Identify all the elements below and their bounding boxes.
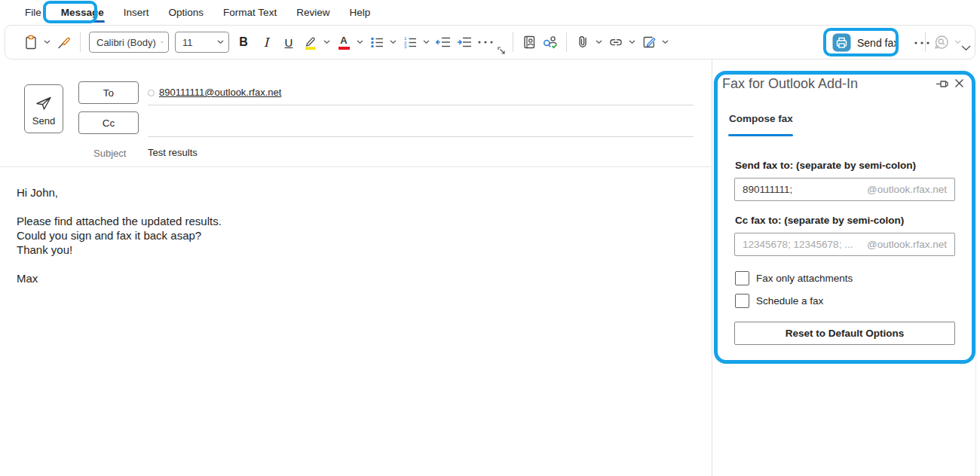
send-button[interactable]: Send: [24, 84, 63, 133]
attach-file-button[interactable]: [573, 31, 593, 53]
send-fax-to-input[interactable]: [743, 184, 862, 195]
body-line: Please find attached the updated results…: [17, 214, 680, 228]
body-line: Max: [17, 271, 680, 285]
ribbon-overflow-button[interactable]: [912, 32, 932, 54]
increase-indent-button[interactable]: [455, 31, 474, 53]
send-fax-icon: [832, 33, 851, 52]
link-dropdown-chevron[interactable]: [626, 31, 637, 53]
fax-only-attachments-label: Fax only attachments: [756, 273, 853, 284]
decrease-indent-button[interactable]: [433, 31, 453, 53]
format-painter-icon: [57, 35, 72, 50]
body-line: [17, 200, 680, 214]
address-book-button[interactable]: [519, 31, 539, 53]
signature-button[interactable]: [639, 31, 659, 53]
cc-button[interactable]: Cc: [78, 111, 139, 134]
tab-active-underline: [728, 134, 793, 136]
tab-compose-fax[interactable]: Compose fax: [729, 113, 793, 124]
send-fax-label: Send fax: [857, 37, 899, 49]
highlight-button[interactable]: [301, 31, 320, 53]
editor-button: [932, 31, 951, 53]
send-plane-icon: [34, 94, 54, 112]
ribbon-divider: [80, 32, 81, 52]
presence-indicator: [148, 90, 155, 96]
close-pane-button[interactable]: [954, 78, 964, 88]
insert-link-button[interactable]: [606, 31, 626, 53]
ribbon-divider: [566, 32, 567, 52]
check-names-button[interactable]: [541, 31, 560, 53]
send-fax-to-label: Send fax to: (separate by semi-colon): [735, 160, 916, 171]
dialog-launcher-icon: [498, 47, 506, 55]
body-line: [17, 257, 680, 271]
schedule-fax-label: Schedule a fax: [756, 295, 823, 307]
send-fax-to-field: @outlook.rfax.net: [734, 178, 955, 201]
attach-dropdown-chevron[interactable]: [593, 31, 604, 53]
svg-text:3: 3: [404, 44, 407, 49]
to-field-underline[interactable]: [148, 105, 694, 105]
message-body[interactable]: Hi John, Please find attached the update…: [17, 185, 680, 285]
paste-button[interactable]: [21, 31, 41, 53]
font-size-value: 11: [182, 37, 193, 48]
bullet-list-icon: [369, 35, 384, 50]
chevron-down-icon: [161, 40, 164, 44]
font-name-value: Calibri (Body): [96, 37, 156, 48]
to-recipient[interactable]: 890111111@outlook.rfax.net: [159, 87, 281, 98]
chevron-down-icon: [961, 45, 971, 51]
menu-format-text[interactable]: Format Text: [213, 0, 286, 25]
numbered-list-icon: 1 2 3: [403, 35, 418, 50]
signature-icon: [642, 35, 657, 50]
schedule-fax-checkbox[interactable]: [735, 294, 749, 308]
menu-review[interactable]: Review: [286, 0, 339, 25]
menu-insert[interactable]: Insert: [114, 0, 159, 25]
body-line: Thank you!: [17, 243, 680, 257]
font-size-select[interactable]: 11: [175, 32, 229, 53]
header-body-separator: [0, 166, 711, 167]
task-pane-divider: [712, 60, 712, 476]
font-color-button[interactable]: A: [334, 31, 354, 53]
subject-value[interactable]: Test results: [148, 147, 198, 158]
menu-help[interactable]: Help: [339, 0, 380, 25]
body-line: Hi John,: [17, 185, 680, 200]
collapse-ribbon-button[interactable]: [961, 45, 971, 51]
bullets-button[interactable]: [367, 31, 387, 53]
task-pane-title: Fax for Outlook Add-In: [722, 76, 858, 92]
font-name-select[interactable]: Calibri (Body): [89, 32, 169, 53]
pin-pane-button[interactable]: [936, 78, 949, 90]
font-color-icon: A: [338, 35, 350, 50]
paragraph-dialog-launcher[interactable]: [498, 47, 506, 55]
address-book-icon: [522, 35, 537, 50]
body-line: Could you sign and fax it back asap?: [17, 228, 680, 243]
reset-default-options-button[interactable]: Reset to Default Options: [734, 322, 955, 345]
send-fax-button[interactable]: Send fax: [825, 29, 906, 56]
format-painter-button[interactable]: [54, 31, 74, 53]
task-pane-edge: [975, 113, 976, 476]
italic-button[interactable]: I: [256, 31, 277, 53]
editor-icon: [933, 33, 951, 51]
menu-message[interactable]: Message: [51, 0, 114, 25]
more-options-icon: [477, 40, 494, 44]
highlight-icon: [303, 35, 318, 50]
font-color-dropdown-chevron[interactable]: [354, 31, 365, 53]
cc-fax-to-input[interactable]: [743, 239, 862, 250]
ribbon-divider: [513, 32, 513, 52]
fax-domain-suffix: @outlook.rfax.net: [867, 184, 947, 195]
more-formatting-button[interactable]: [476, 31, 495, 53]
close-icon: [954, 78, 964, 88]
menu-file[interactable]: File: [15, 0, 51, 25]
numbering-button[interactable]: 1 2 3: [400, 31, 420, 53]
highlight-dropdown-chevron[interactable]: [321, 31, 332, 53]
chevron-down-icon: [217, 40, 224, 44]
signature-dropdown-chevron[interactable]: [660, 31, 670, 53]
bold-button[interactable]: B: [233, 31, 254, 53]
fax-only-attachments-checkbox[interactable]: [735, 271, 749, 285]
menu-options[interactable]: Options: [159, 0, 214, 25]
cc-field-underline[interactable]: [148, 136, 694, 137]
check-names-icon: [542, 35, 559, 50]
to-button[interactable]: To: [78, 81, 139, 104]
cc-fax-to-label: Cc fax to: (separate by semi-colon): [735, 215, 904, 226]
paste-dropdown-chevron[interactable]: [41, 31, 52, 53]
send-button-label: Send: [32, 115, 55, 127]
underline-button[interactable]: U: [278, 31, 299, 53]
numbering-dropdown-chevron[interactable]: [421, 31, 431, 53]
bullets-dropdown-chevron[interactable]: [387, 31, 398, 53]
subject-label: Subject: [93, 148, 126, 159]
